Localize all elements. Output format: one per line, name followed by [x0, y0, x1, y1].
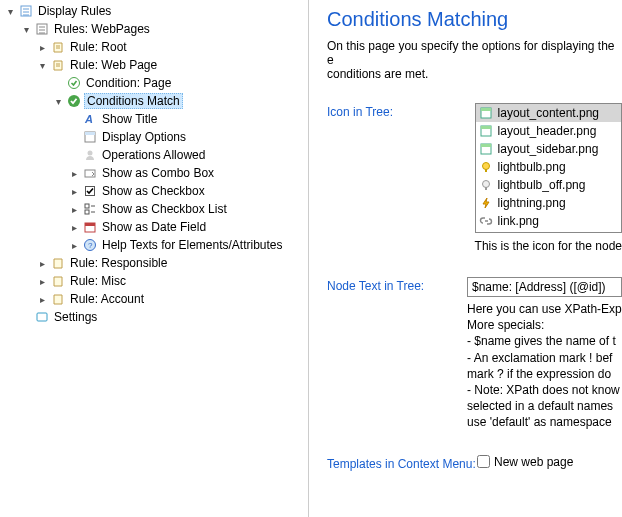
icon-list-item[interactable]: layout_content.png — [476, 104, 621, 122]
tree-item-condition-page[interactable]: Condition: Page — [52, 74, 308, 92]
collapse-icon[interactable]: ▾ — [20, 23, 32, 35]
check-icon — [66, 75, 82, 91]
calendar-icon — [82, 219, 98, 235]
collapse-icon[interactable]: ▾ — [52, 95, 64, 107]
svg-rect-6 — [85, 132, 95, 135]
tree-item-rule-account[interactable]: ▸ Rule: Account — [36, 290, 308, 308]
svg-text:A: A — [84, 113, 93, 125]
icon-list-item[interactable]: lightning.png — [476, 194, 621, 212]
templates-label: Templates in Context Menu: — [327, 455, 477, 471]
icon-list-item[interactable]: layout_sidebar.png — [476, 140, 621, 158]
collapse-icon[interactable]: ▾ — [36, 59, 48, 71]
node-text-input[interactable] — [467, 277, 622, 297]
layout-icon — [478, 141, 494, 157]
svg-point-23 — [482, 163, 489, 170]
settings-icon — [34, 309, 50, 325]
user-icon — [82, 147, 98, 163]
scroll-icon — [50, 255, 66, 271]
icon-hint: This is the icon for the node — [475, 239, 622, 253]
page-description: On this page you specify the options for… — [327, 39, 622, 81]
combobox-icon — [82, 165, 98, 181]
tree-item-display-rules[interactable]: ▾ Display Rules — [4, 2, 308, 20]
icon-list-item[interactable]: link.png — [476, 212, 621, 230]
tree-item-settings[interactable]: Settings — [20, 308, 308, 326]
node-text-notes: Here you can use XPath-ExpMore specials:… — [467, 301, 622, 431]
scroll-icon — [50, 291, 66, 307]
tree-item-display-options[interactable]: Display Options — [68, 128, 308, 146]
tree-item-operations-allowed[interactable]: Operations Allowed — [68, 146, 308, 164]
layout-icon — [478, 123, 494, 139]
svg-rect-16 — [37, 313, 47, 321]
tree-item-show-date[interactable]: ▸ Show as Date Field — [68, 218, 308, 236]
tree-item-rule-webpage[interactable]: ▾ Rule: Web Page — [36, 56, 308, 74]
checkboxlist-icon — [82, 201, 98, 217]
svg-point-7 — [88, 151, 93, 156]
svg-text:?: ? — [88, 241, 93, 250]
scroll-icon — [50, 273, 66, 289]
help-icon: ? — [82, 237, 98, 253]
expand-icon[interactable]: ▸ — [36, 275, 48, 287]
tree-view: ▾ Display Rules ▾ Rules: WebPages ▸ — [0, 2, 308, 326]
svg-rect-11 — [85, 210, 89, 214]
collapse-icon[interactable]: ▾ — [4, 5, 16, 17]
svg-rect-22 — [481, 144, 491, 147]
tree-item-show-combo[interactable]: ▸ Show as Combo Box — [68, 164, 308, 182]
tree-item-show-checkbox[interactable]: ▸ Show as Checkbox — [68, 182, 308, 200]
tree-item-help-texts[interactable]: ▸ ? Help Texts for Elements/Attributes — [68, 236, 308, 254]
checkbox-icon — [82, 183, 98, 199]
layout-icon — [82, 129, 98, 145]
check-filled-icon — [66, 93, 82, 109]
expand-icon[interactable]: ▸ — [36, 257, 48, 269]
tree-item-rule-misc[interactable]: ▸ Rule: Misc — [36, 272, 308, 290]
bulb-off-icon — [478, 177, 494, 193]
tree-item-show-title[interactable]: A Show Title — [68, 110, 308, 128]
expand-icon[interactable]: ▸ — [36, 41, 48, 53]
expand-icon[interactable]: ▸ — [68, 239, 80, 251]
template-checkbox[interactable] — [477, 455, 490, 468]
bulb-icon — [478, 159, 494, 175]
expand-icon[interactable]: ▸ — [36, 293, 48, 305]
expand-icon[interactable]: ▸ — [68, 203, 80, 215]
icon-list-item[interactable]: layout_header.png — [476, 122, 621, 140]
svg-rect-26 — [485, 187, 487, 190]
icon-list-item[interactable]: lightbulb.png — [476, 158, 621, 176]
scroll-icon — [50, 57, 66, 73]
svg-rect-18 — [481, 108, 491, 111]
link-icon — [478, 213, 494, 229]
tree-item-webpages[interactable]: ▾ Rules: WebPages — [20, 20, 308, 38]
page-title: Conditions Matching — [327, 8, 622, 31]
details-panel: Conditions Matching On this page you spe… — [309, 0, 622, 517]
text-icon: A — [82, 111, 98, 127]
node-text-label: Node Text in Tree: — [327, 277, 467, 293]
svg-point-25 — [482, 181, 489, 188]
tree-item-conditions-match[interactable]: ▾ Conditions Match — [52, 92, 308, 110]
tree-item-show-checkbox-list[interactable]: ▸ Show as Checkbox List — [68, 200, 308, 218]
layout-icon — [478, 105, 494, 121]
svg-rect-10 — [85, 204, 89, 208]
icon-in-tree-label: Icon in Tree: — [327, 103, 475, 119]
template-option[interactable]: New web page — [477, 455, 622, 469]
icon-list-item[interactable]: lightbulb_off.png — [476, 176, 621, 194]
expand-icon[interactable]: ▸ — [68, 167, 80, 179]
svg-rect-20 — [481, 126, 491, 129]
expand-icon[interactable]: ▸ — [68, 221, 80, 233]
icon-listbox[interactable]: layout_content.pnglayout_header.pnglayou… — [475, 103, 622, 233]
svg-point-2 — [69, 78, 80, 89]
svg-rect-13 — [85, 223, 95, 226]
bolt-icon — [478, 195, 494, 211]
tree-item-rule-root[interactable]: ▸ Rule: Root — [36, 38, 308, 56]
scroll-icon — [50, 39, 66, 55]
rules-icon — [18, 3, 34, 19]
svg-rect-24 — [485, 169, 487, 172]
expand-icon[interactable]: ▸ — [68, 185, 80, 197]
tree-item-rule-responsible[interactable]: ▸ Rule: Responsible — [36, 254, 308, 272]
list-icon — [34, 21, 50, 37]
